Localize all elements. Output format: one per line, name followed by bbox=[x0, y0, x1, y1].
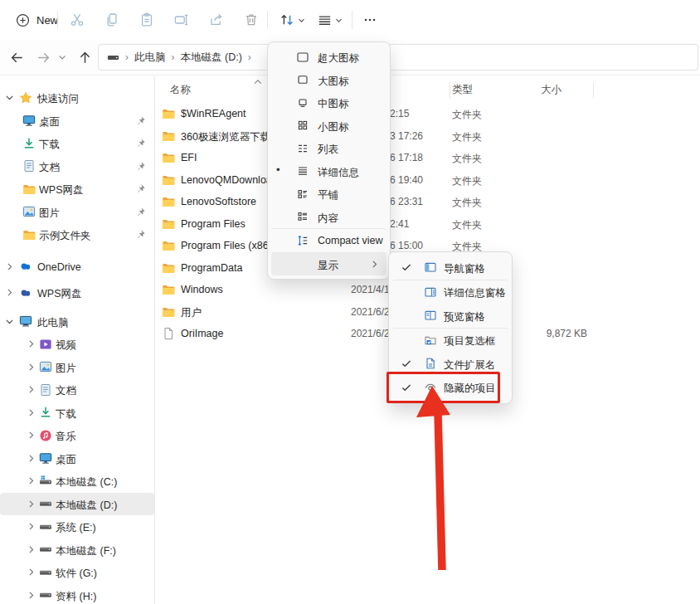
file-type: 文件夹 bbox=[452, 152, 482, 166]
view-menu-item-超大图标[interactable]: 超大图标 bbox=[271, 46, 386, 69]
file-date-modified: 2:41 bbox=[390, 218, 409, 230]
column-divider[interactable] bbox=[450, 82, 450, 98]
sidebar-item-桌面[interactable]: 桌面 bbox=[0, 447, 154, 470]
chev-right-icon[interactable] bbox=[4, 287, 15, 298]
more-button[interactable] bbox=[357, 8, 383, 32]
sidebar-item-快速访问[interactable]: 快速访问 bbox=[0, 86, 154, 110]
view-menu-item-内容[interactable]: 内容 bbox=[271, 206, 386, 229]
sidebar-item-资料 (H:)[interactable]: 资料 (H:) bbox=[0, 584, 154, 604]
sidebar-item-本地磁盘 (C:)[interactable]: 本地磁盘 (C:) bbox=[0, 470, 154, 493]
chev-right-icon[interactable] bbox=[26, 544, 36, 555]
sidebar-item-图片[interactable]: 图片 bbox=[0, 201, 154, 224]
file-name: 360极速浏览器下载 bbox=[181, 130, 270, 144]
view-menu-item-中图标[interactable]: 中图标 bbox=[271, 91, 386, 114]
forward-button[interactable] bbox=[33, 47, 53, 67]
view-menu-item-小图标[interactable]: 小图标 bbox=[271, 114, 386, 138]
cut-button[interactable] bbox=[60, 8, 95, 32]
sort-button[interactable] bbox=[274, 8, 310, 32]
file-row-360极速浏览器下载[interactable]: 360极速浏览器下载 3 17:26 文件夹 bbox=[154, 125, 700, 148]
paste-button[interactable] bbox=[129, 8, 164, 32]
show-submenu-item-导航窗格[interactable]: 导航窗格 bbox=[392, 256, 508, 280]
sidebar-item-示例文件夹[interactable]: 示例文件夹 bbox=[0, 223, 154, 246]
rename-button[interactable] bbox=[164, 8, 199, 32]
column-header-name[interactable]: 名称 bbox=[170, 83, 191, 97]
column-header-size[interactable]: 大小 bbox=[541, 83, 561, 97]
view-menu-item-大图标[interactable]: 大图标 bbox=[271, 69, 386, 92]
show-submenu-item-预览窗格[interactable]: 预览窗格 bbox=[392, 304, 508, 328]
column-divider[interactable] bbox=[593, 82, 594, 98]
sidebar-item-音乐[interactable]: 音乐 bbox=[0, 424, 154, 447]
file-row-LenovoSoftstore[interactable]: LenovoSoftstore 6 23:31 文件夹 bbox=[154, 191, 700, 213]
sidebar-item-本地磁盘 (D:)[interactable]: 本地磁盘 (D:) bbox=[0, 493, 154, 516]
breadcrumb-local-disk-d[interactable]: 本地磁盘 (D:) bbox=[181, 51, 242, 65]
chev-down-icon[interactable] bbox=[4, 316, 15, 327]
sidebar-item-WPS网盘[interactable]: WPS网盘 bbox=[0, 178, 154, 201]
document-icon bbox=[39, 383, 52, 397]
file-date-modified: 2021/6/2 bbox=[351, 328, 390, 339]
sidebar-item-视频[interactable]: 视频 bbox=[0, 333, 154, 356]
chev-right-icon[interactable] bbox=[26, 590, 36, 601]
file-row-LenovoQMDownload[interactable]: LenovoQMDownload 6 19:40 文件夹 bbox=[154, 169, 700, 192]
sidebar-item-桌面[interactable]: 桌面 bbox=[0, 110, 154, 133]
sidebar-item-WPS网盘[interactable]: WPS网盘 bbox=[0, 281, 154, 304]
sidebar-item-本地磁盘 (F:)[interactable]: 本地磁盘 (F:) bbox=[0, 538, 154, 562]
view-menu-item-Compact view[interactable]: Compact view bbox=[271, 228, 386, 252]
view-button[interactable] bbox=[312, 8, 348, 32]
history-button[interactable] bbox=[55, 47, 70, 67]
chev-right-icon[interactable] bbox=[26, 339, 36, 349]
chev-right-icon[interactable] bbox=[26, 430, 36, 441]
address-bar[interactable]: › 此电脑 › 本地磁盘 (D:) › bbox=[98, 44, 698, 71]
file-date-modified: 3 17:26 bbox=[390, 130, 423, 142]
column-header-type[interactable]: 类型 bbox=[452, 83, 473, 97]
sidebar-item-文档[interactable]: 文档 bbox=[0, 378, 154, 402]
back-button[interactable] bbox=[7, 47, 27, 67]
breadcrumb-this-pc[interactable]: 此电脑 bbox=[134, 51, 166, 65]
show-submenu-item-详细信息窗格[interactable]: 详细信息窗格 bbox=[392, 280, 508, 304]
drive-win-icon bbox=[39, 475, 52, 488]
chev-right-icon[interactable] bbox=[26, 567, 36, 577]
toolbar-separator bbox=[57, 11, 58, 29]
copy-button[interactable] bbox=[95, 8, 129, 32]
file-row-$WinREAgent[interactable]: $WinREAgent 2:15 文件夹 bbox=[154, 103, 700, 125]
chev-right-icon[interactable] bbox=[26, 453, 36, 464]
chev-right-icon[interactable] bbox=[26, 475, 36, 486]
sidebar-item-下载[interactable]: 下载 bbox=[0, 132, 154, 155]
submenu-item-label: 导航窗格 bbox=[444, 262, 485, 276]
share-button[interactable] bbox=[199, 8, 234, 32]
chevron-down-icon bbox=[57, 52, 67, 62]
file-name: 用户 bbox=[181, 306, 202, 320]
folder-icon bbox=[162, 283, 175, 296]
pin-icon bbox=[135, 229, 146, 240]
up-button[interactable] bbox=[75, 47, 95, 67]
sidebar-item-此电脑[interactable]: 此电脑 bbox=[0, 310, 154, 334]
sidebar-item-图片[interactable]: 图片 bbox=[0, 356, 154, 379]
chev-right-icon[interactable] bbox=[26, 499, 36, 509]
details-view-icon bbox=[296, 164, 309, 178]
chev-right-icon[interactable] bbox=[4, 261, 15, 272]
view-menu-item-平铺[interactable]: 平铺 bbox=[271, 183, 386, 206]
chev-right-icon[interactable] bbox=[26, 384, 36, 395]
chev-right-icon[interactable] bbox=[26, 521, 36, 532]
sidebar-item-OneDrive[interactable]: OneDrive bbox=[0, 256, 154, 279]
sidebar-item-下载[interactable]: 下载 bbox=[0, 402, 154, 425]
delete-button[interactable] bbox=[234, 8, 269, 32]
file-row-EFI[interactable]: EFI 6 17:18 文件夹 bbox=[154, 147, 700, 169]
show-submenu-item-项目复选框[interactable]: 项目复选框 bbox=[392, 328, 508, 353]
view-menu-item-显示[interactable]: 显示 bbox=[271, 252, 386, 276]
menu-item-label: 平铺 bbox=[318, 188, 338, 202]
file-row-Program Files[interactable]: Program Files 2:41 文件夹 bbox=[154, 213, 700, 236]
sidebar-item-软件 (G:)[interactable]: 软件 (G:) bbox=[0, 561, 154, 584]
preview-pane-icon bbox=[424, 309, 437, 322]
view-menu-item-列表[interactable]: 列表 bbox=[271, 137, 386, 160]
new-button[interactable]: New bbox=[8, 8, 65, 32]
sidebar-item-系统 (E:)[interactable]: 系统 (E:) bbox=[0, 515, 154, 538]
sidebar-item-label: 快速访问 bbox=[37, 92, 79, 106]
sidebar-item-文档[interactable]: 文档 bbox=[0, 155, 154, 178]
file-type: 文件夹 bbox=[452, 174, 482, 188]
chev-down-icon[interactable] bbox=[4, 92, 15, 103]
cloud-icon bbox=[19, 260, 32, 273]
folder-icon bbox=[162, 129, 175, 143]
view-menu-item-详细信息[interactable]: • 详细信息 bbox=[271, 160, 386, 183]
chev-right-icon[interactable] bbox=[26, 362, 36, 373]
chev-right-icon[interactable] bbox=[26, 407, 36, 418]
